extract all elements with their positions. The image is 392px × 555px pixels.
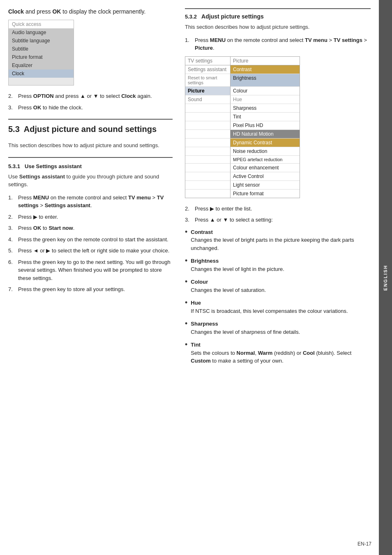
subsection-number-531: 5.3.1: [8, 163, 20, 169]
sa-step-2: 2. Press ▶ to enter.: [8, 213, 173, 221]
tv-menu-left-10: [185, 147, 231, 156]
menu-item-equalizer: Equalizer: [9, 61, 74, 69]
right-column: 5.3.2 Adjust picture settings This secti…: [185, 8, 371, 539]
tv-menu-right-hue: Hue: [231, 95, 300, 104]
section-number-53: 5.3: [8, 125, 20, 134]
picture-settings-bullets: • Contrast Changes the level of bright p…: [185, 228, 371, 365]
tv-menu-row-4: Sound Hue: [185, 95, 300, 104]
sa-step-7: 7. Press the green key to store all your…: [8, 285, 173, 294]
tv-menu-right-tint: Tint: [231, 113, 300, 121]
sa-step-6: 6. Press the green key to go to the next…: [8, 258, 173, 282]
quick-access-menu: Quick access Audio language Subtitle lan…: [8, 20, 74, 86]
tv-menu-left-5: [185, 104, 231, 113]
tv-menu-left-8: [185, 130, 231, 139]
tv-menu-right-colour: Colour: [231, 87, 300, 95]
bullet-brightness: • Brightness Changes the level of light …: [185, 257, 371, 273]
tv-menu-row-1: Settings assistant Contrast: [185, 65, 300, 74]
tv-menu-row-12: Colour enhancement: [185, 164, 300, 172]
tv-menu-right-pictureformat: Picture format: [231, 190, 300, 198]
tv-menu-row-10: Noise reduction: [185, 147, 300, 156]
tv-menu-header-left: TV settings: [185, 57, 231, 65]
tv-menu-row-8: HD Natural Motion: [185, 130, 300, 139]
menu-item-quick-access: Quick access: [9, 20, 74, 28]
bullet-contrast: • Contrast Changes the level of bright p…: [185, 228, 371, 252]
side-tab: ENGLISH: [379, 0, 392, 555]
tv-menu-header-row: TV settings Picture: [185, 57, 300, 65]
bullet-tint: • Tint Sets the colours to Normal, Warm …: [185, 341, 371, 365]
bullet-desc-colour: Changes the level of saturation.: [191, 287, 266, 293]
subsection-title-532: Adjust picture settings: [201, 13, 264, 20]
section-title-53: Adjust picture and sound settings: [24, 125, 157, 134]
tv-menu-left-13: [185, 172, 231, 181]
picture-steps-2-3: 2. Press ▶ to enter the list. 3. Press ▲…: [185, 205, 371, 224]
tv-menu-row-7: Pixel Plus HD: [185, 121, 300, 130]
tv-menu-left-1: Settings assistant: [185, 65, 231, 74]
tv-menu-row-2: Reset to smart settings Brightness: [185, 74, 300, 87]
tv-menu-left-11: [185, 156, 231, 164]
bullet-desc-brightness: Changes the level of light in the pictur…: [191, 266, 284, 272]
bullet-term-sharpness: Sharpness: [191, 320, 371, 328]
tv-menu-row-3: Picture Colour: [185, 87, 300, 95]
tv-menu-row-5: Sharpness: [185, 104, 300, 113]
tv-menu-row-6: Tint: [185, 113, 300, 121]
bullet-colour: • Colour Changes the level of saturation…: [185, 278, 371, 294]
tv-menu-left-2: Reset to smart settings: [185, 74, 231, 87]
tv-menu-right-colorenh: Colour enhancement: [231, 164, 300, 172]
clock-steps: 2. Press OPTION and press ▲ or ▼ to sele…: [8, 92, 173, 111]
picture-step-3: 3. Press ▲ or ▼ to select a setting:: [185, 216, 371, 224]
bullet-term-tint: Tint: [191, 341, 371, 349]
menu-item-subtitle: Subtitle: [9, 45, 74, 53]
bullet-term-colour: Colour: [191, 278, 371, 286]
step-2: 2. Press OPTION and press ▲ or ▼ to sele…: [8, 92, 173, 100]
menu-item-subtitle-language: Subtitle language: [9, 37, 74, 45]
tv-menu-row-9: Dynamic Contrast: [185, 139, 300, 147]
tv-menu-right-mpeg: MPEG artefact reduction: [231, 156, 300, 164]
tv-menu-left-14: [185, 181, 231, 190]
picture-step-1-list: 1. Press MENU on the remote control and …: [185, 36, 371, 52]
menu-item-empty: [9, 78, 74, 85]
tv-menu-right-lightsensor: Light sensor: [231, 181, 300, 190]
right-divider-top: [185, 8, 371, 9]
tv-menu-left-12: [185, 164, 231, 172]
subsection-number-532: 5.3.2: [185, 14, 197, 20]
menu-item-picture-format: Picture format: [9, 53, 74, 61]
tv-menu-right-brightness: Brightness: [231, 74, 300, 87]
sa-step-5: 5. Press ◄ or ▶ to select the left or ri…: [8, 247, 173, 255]
menu-item-clock: Clock: [9, 69, 74, 78]
menu-item-audio-language: Audio language: [9, 28, 74, 37]
picture-step-2: 2. Press ▶ to enter the list.: [185, 205, 371, 213]
tv-menu-header-right: Picture: [231, 57, 300, 65]
bullet-hue: • Hue If NTSC is broadcast, this level c…: [185, 299, 371, 315]
subsection-title-531: Use Settings assistant: [22, 163, 82, 169]
tv-menu-right-dynamic: Dynamic Contrast: [231, 139, 300, 147]
tv-menu-left-15: [185, 190, 231, 198]
side-tab-text: ENGLISH: [383, 265, 388, 291]
tv-menu-row-13: Active Control: [185, 172, 300, 181]
tv-menu-right-pixelplus: Pixel Plus HD: [231, 121, 300, 130]
subsection-531-intro: Use Settings assistant to guide you thro…: [8, 173, 173, 189]
settings-assistant-steps: 1. Press MENU on the remote control and …: [8, 194, 173, 294]
section-divider-53: [8, 119, 173, 120]
tv-menu-left-picture: Picture: [185, 87, 231, 95]
page-number: EN-17: [357, 541, 371, 547]
bullet-sharpness: • Sharpness Changes the level of sharpne…: [185, 320, 371, 336]
bullet-desc-contrast: Changes the level of bright parts in the…: [191, 237, 354, 251]
tv-menu-left-7: [185, 121, 231, 130]
bullet-term-contrast: Contrast: [191, 228, 371, 236]
tv-menu-left-sound: Sound: [185, 95, 231, 104]
section-53-intro: This section describes how to adjust pic…: [8, 141, 173, 150]
sa-step-1: 1. Press MENU on the remote control and …: [8, 194, 173, 210]
tv-menu-left-9: [185, 139, 231, 147]
bullet-desc-hue: If NTSC is broadcast, this level compens…: [191, 308, 348, 314]
bullet-desc-sharpness: Changes the level of sharpness of fine d…: [191, 329, 300, 335]
tv-menu-row-15: Picture format: [185, 190, 300, 198]
section-53-header: 5.3 Adjust picture and sound settings: [8, 125, 173, 138]
tv-menu-right-contrast: Contrast: [231, 65, 300, 74]
tv-menu-table: TV settings Picture Settings assistant C…: [185, 56, 300, 198]
picture-step-1: 1. Press MENU on the remote control and …: [185, 36, 371, 52]
tv-menu-right-noise: Noise reduction: [231, 147, 300, 156]
sa-step-3: 3. Press OK to Start now.: [8, 224, 173, 232]
bullet-desc-tint: Sets the colours to Normal, Warm (reddis…: [191, 350, 351, 364]
tv-menu-row-11: MPEG artefact reduction: [185, 156, 300, 164]
subsection-532-header: 5.3.2 Adjust picture settings: [185, 13, 371, 20]
